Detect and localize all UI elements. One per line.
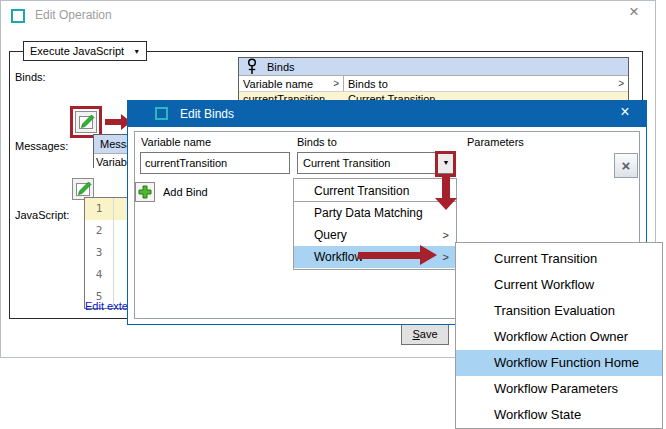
annotation-box	[435, 151, 456, 177]
annotation-arrow-right-head	[420, 245, 437, 265]
screen: Edit Operation × Execute JavaScript ▼ Bi…	[0, 0, 666, 429]
binds-table-titlebar: Binds	[239, 58, 628, 75]
save-button[interactable]: Save	[401, 324, 449, 345]
annotation-arrow-right	[358, 252, 420, 259]
messages-table-title: Messa	[100, 138, 129, 150]
messages-table-titlebar: Messa	[94, 135, 129, 153]
line-number: 1	[85, 198, 114, 220]
editor-line: 2	[85, 220, 128, 242]
binds-table-title: Binds	[267, 61, 295, 73]
menu-item[interactable]: Current Transition	[456, 246, 662, 272]
edit-external-link[interactable]: Edit exter	[85, 300, 131, 312]
line-number: 4	[85, 264, 114, 286]
menu-item[interactable]: Current Transition	[294, 180, 456, 202]
javascript-section-label: JavaScript:	[15, 209, 69, 221]
binds-to-combobox[interactable]: Current Transition ▼	[297, 152, 455, 174]
javascript-editor[interactable]: 1 2 3 4 5	[84, 197, 129, 309]
edit-pencil-icon	[75, 181, 92, 198]
binding-pin-icon	[246, 58, 258, 75]
close-icon[interactable]: ×	[622, 2, 646, 22]
edit-binds-app-icon	[155, 107, 168, 120]
variable-name-label: Variable name	[141, 136, 211, 148]
line-number: 3	[85, 242, 114, 264]
edit-operation-app-icon	[11, 9, 25, 23]
add-bind-button[interactable]	[135, 182, 155, 202]
delete-bind-button[interactable]: ×	[614, 153, 638, 178]
menu-item[interactable]: Current Workflow	[456, 272, 662, 298]
binds-table-columns: Variable name > Binds to >	[239, 75, 628, 91]
messages-table: Messa Variable n	[93, 134, 129, 168]
column-header-variable-name[interactable]: Variable name >	[239, 76, 344, 91]
line-number: 2	[85, 220, 114, 242]
sort-icon: >	[333, 78, 339, 89]
sort-icon: >	[618, 78, 624, 89]
editor-line: 3	[85, 242, 128, 264]
binds-to-label: Binds to	[297, 136, 337, 148]
plus-icon	[138, 185, 152, 199]
menu-item[interactable]: Transition Evaluation	[456, 298, 662, 324]
menu-item[interactable]: Workflow Function Home	[456, 350, 662, 376]
menu-item[interactable]: Party Data Matching	[294, 202, 456, 224]
parameters-label: Parameters	[467, 136, 524, 148]
annotation-arrow-down	[442, 176, 450, 198]
binds-to-selected-value: Current Transition	[298, 153, 454, 173]
menu-item[interactable]: Workflow Action Owner	[456, 324, 662, 350]
operation-type-value: Execute JavaScript	[30, 45, 124, 57]
edit-binds-titlebar[interactable]: Edit Binds ×	[128, 101, 646, 127]
messages-section-label: Messages:	[15, 140, 68, 152]
menu-item[interactable]: Query >	[294, 224, 456, 246]
workflow-submenu: Current Transition Current Workflow Tran…	[455, 242, 663, 429]
menu-item[interactable]: Workflow State	[456, 402, 662, 428]
editor-line: 1	[85, 198, 128, 220]
messages-column-header: Variable n	[94, 153, 129, 168]
chevron-down-icon: ▼	[133, 48, 140, 55]
binds-section-label: Binds:	[15, 71, 46, 83]
editor-line: 4	[85, 264, 128, 286]
close-icon[interactable]: ×	[614, 103, 636, 121]
menu-item[interactable]: Workflow Parameters	[456, 376, 662, 402]
variable-name-input[interactable]	[140, 152, 290, 174]
edit-binds-title: Edit Binds	[180, 107, 234, 121]
annotation-arrow-down-head	[435, 198, 457, 210]
operation-type-dropdown[interactable]: Execute JavaScript ▼	[23, 41, 147, 61]
annotation-arrow-right	[105, 119, 121, 125]
edit-operation-title: Edit Operation	[35, 8, 112, 22]
submenu-arrow-icon: >	[443, 224, 449, 246]
column-header-binds-to[interactable]: Binds to >	[344, 76, 628, 91]
add-bind-label: Add Bind	[163, 186, 208, 198]
submenu-arrow-icon: >	[443, 246, 449, 268]
